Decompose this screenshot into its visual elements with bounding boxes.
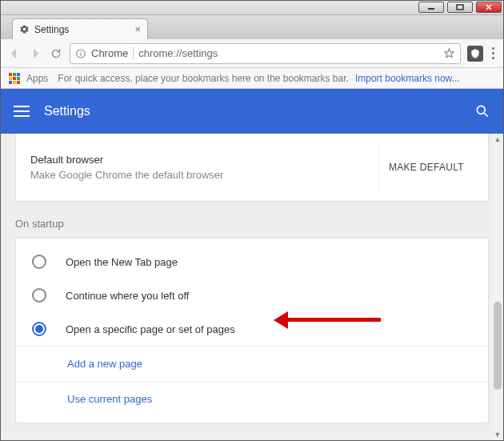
omnibox-security-label: Chrome xyxy=(91,47,128,59)
radio-icon xyxy=(32,255,46,269)
toolbar: Chrome chrome://settings xyxy=(1,39,503,68)
use-current-pages-link[interactable]: Use current pages xyxy=(16,381,488,416)
minimize-button[interactable] xyxy=(418,2,444,13)
window-close-button[interactable] xyxy=(476,2,502,13)
svg-rect-0 xyxy=(428,8,434,10)
reload-button[interactable] xyxy=(49,46,63,61)
maximize-button[interactable] xyxy=(447,2,473,13)
address-bar[interactable]: Chrome chrome://settings xyxy=(70,43,461,64)
scrollbar-thumb[interactable] xyxy=(494,302,502,390)
make-default-button[interactable]: MAKE DEFAULT xyxy=(378,145,474,190)
divider xyxy=(133,47,134,60)
tab-strip: Settings × xyxy=(1,15,503,39)
bookmark-star-icon[interactable] xyxy=(443,47,455,59)
svg-point-3 xyxy=(80,50,81,51)
on-startup-section-title: On startup xyxy=(1,202,503,238)
settings-header: Settings xyxy=(1,89,503,134)
omnibox-url: chrome://settings xyxy=(138,47,438,59)
extension-ublock-icon[interactable] xyxy=(467,46,483,62)
forward-button[interactable] xyxy=(28,46,42,61)
back-button[interactable] xyxy=(7,46,22,61)
startup-option-new-tab[interactable]: Open the New Tab page xyxy=(16,245,488,279)
startup-option-specific-pages[interactable]: Open a specific page or set of pages xyxy=(16,312,488,346)
settings-content: Default browser Make Google Chrome the d… xyxy=(1,134,503,440)
chrome-menu-button[interactable] xyxy=(490,45,497,62)
scrollbar-track[interactable]: ▲ ▼ xyxy=(492,134,503,440)
tab-close-icon[interactable]: × xyxy=(134,23,141,35)
radio-icon-selected xyxy=(32,322,46,336)
on-startup-card: Open the New Tab page Continue where you… xyxy=(15,238,489,423)
svg-rect-1 xyxy=(457,5,463,10)
browser-window: Settings × Chrome chrome://settings xyxy=(0,0,504,441)
startup-option-continue[interactable]: Continue where you left off xyxy=(16,279,488,312)
os-titlebar xyxy=(1,1,503,15)
page-title: Settings xyxy=(44,104,90,118)
default-browser-subtitle: Make Google Chrome the default browser xyxy=(30,169,378,181)
import-bookmarks-link[interactable]: Import bookmarks now... xyxy=(355,73,460,84)
scroll-down-button[interactable]: ▼ xyxy=(492,429,503,440)
default-browser-panel: Default browser Make Google Chrome the d… xyxy=(15,134,489,202)
radio-label: Open a specific page or set of pages xyxy=(66,323,235,335)
svg-rect-4 xyxy=(80,53,81,56)
tab-settings[interactable]: Settings × xyxy=(12,18,148,39)
menu-icon[interactable] xyxy=(14,106,30,117)
radio-label: Open the New Tab page xyxy=(66,256,178,268)
bookmarks-hint: For quick access, place your bookmarks h… xyxy=(58,73,349,84)
apps-icon[interactable] xyxy=(9,73,20,84)
tab-title: Settings xyxy=(34,24,69,35)
add-new-page-link[interactable]: Add a new page xyxy=(16,346,488,381)
bookmarks-bar: Apps For quick access, place your bookma… xyxy=(1,68,503,89)
site-info-icon[interactable] xyxy=(75,48,86,59)
radio-label: Continue where you left off xyxy=(66,290,189,302)
gear-icon xyxy=(19,24,30,34)
apps-label[interactable]: Apps xyxy=(26,73,48,84)
svg-point-5 xyxy=(477,106,485,114)
scroll-up-button[interactable]: ▲ xyxy=(492,134,503,145)
default-browser-title: Default browser xyxy=(30,154,378,166)
radio-icon xyxy=(32,288,46,303)
search-icon[interactable] xyxy=(474,103,490,119)
